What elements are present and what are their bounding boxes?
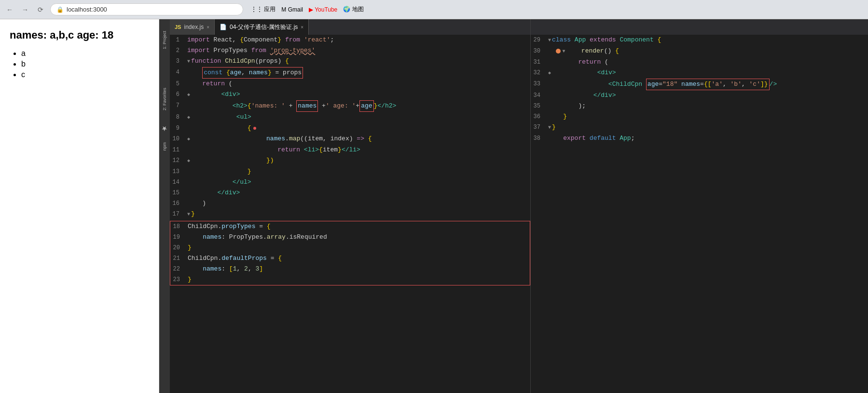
right-line-30: 30 ▼ render() { — [531, 46, 868, 57]
lock-icon: 🔒 — [56, 6, 64, 13]
panel-label-project: 1: Project — [162, 31, 167, 49]
right-line-37: 37 ▼} — [531, 122, 868, 133]
preview-list: a b c — [10, 49, 149, 79]
right-line-33: 33 <ChildCpn age="18" names={['a', 'b', … — [531, 79, 868, 90]
propTypes-block: 18 ChildCpn.propTypes = { 19 names: Prop… — [170, 221, 530, 285]
forward-button[interactable]: → — [19, 4, 31, 15]
code-line-18: 18 ChildCpn.propTypes = { — [170, 221, 530, 232]
code-line-17: 17 ▼} — [170, 209, 530, 220]
code-line-14: 14 </ul> — [170, 177, 530, 188]
tab-index-js[interactable]: JS index.js × — [170, 19, 215, 35]
code-line-3: 3 ▼function ChildCpn(props) { — [170, 56, 530, 67]
code-line-12: 12 ◆ }) — [170, 155, 530, 166]
code-line-13: 13 } — [170, 166, 530, 177]
address-bar[interactable]: 🔒 localhost:3000 — [50, 3, 243, 15]
bookmark-gmail[interactable]: M Gmail — [281, 6, 303, 13]
bookmark-youtube[interactable]: ▶ YouTube — [309, 6, 337, 13]
code-line-19: 19 names: PropTypes.array.isRequired — [170, 232, 530, 243]
right-line-34: 34 </div> — [531, 90, 868, 101]
code-line-23: 23 } — [170, 274, 530, 285]
main-layout: names: a,b,c age: 18 a b c 1: Project 2:… — [0, 19, 868, 393]
tab-main-file[interactable]: 📄 04-父传子通信-属性验证.js × — [215, 19, 309, 35]
tabs-bar: JS index.js × 📄 04-父传子通信-属性验证.js × — [170, 19, 530, 35]
code-line-7: 7 <h2>{'names: ' + names +' age: '+age}<… — [170, 100, 530, 112]
browser-chrome: ← → ⟳ 🔒 localhost:3000 ⋮⋮ 应用 M Gmail ▶ Y… — [0, 0, 868, 19]
list-item: b — [21, 60, 149, 68]
code-panels: JS index.js × 📄 04-父传子通信-属性验证.js × 1 imp… — [170, 19, 868, 393]
preview-pane: names: a,b,c age: 18 a b c — [0, 19, 159, 393]
code-line-9: 9 { — [170, 123, 530, 134]
tab-label-active: 04-父传子通信-属性验证.js — [230, 23, 298, 31]
tab-label: index.js — [184, 24, 204, 30]
code-line-22: 22 names: [1, 2, 3] — [170, 264, 530, 274]
panel-label-favorites: 2: Favorites — [162, 88, 167, 110]
code-line-15: 15 </div> — [170, 188, 530, 198]
left-code-content[interactable]: 1 import React, {Component} from 'react'… — [170, 35, 530, 393]
right-line-32: 32 ◆ <div> — [531, 68, 868, 79]
url-text: localhost:3000 — [67, 6, 107, 13]
code-line-20: 20 } — [170, 243, 530, 253]
panel-label-npm: npm — [162, 142, 167, 151]
reload-button[interactable]: ⟳ — [35, 4, 46, 15]
list-item: c — [21, 70, 149, 79]
code-line-21: 21 ChildCpn.defaultProps = { — [170, 253, 530, 264]
code-line-10: 10 ◆ names.map((item, index) => { — [170, 134, 530, 145]
right-line-36: 36 } — [531, 111, 868, 122]
tab-close-active-icon[interactable]: × — [301, 25, 303, 30]
bookmarks-bar: ⋮⋮ 应用 M Gmail ▶ YouTube 🌍 地图 — [251, 5, 364, 14]
code-line-2: 2 import PropTypes from 'prop-types' — [170, 45, 530, 56]
code-line-16: 16 ) — [170, 198, 530, 209]
list-item: a — [21, 49, 149, 58]
tab-close-icon[interactable]: × — [207, 25, 209, 30]
code-line-6: 6 ◆ <div> — [170, 89, 530, 100]
editor-area: 1: Project 2: Favorites ★ npm JS index.j… — [159, 19, 868, 393]
code-line-1: 1 import React, {Component} from 'react'… — [170, 35, 530, 45]
left-code-panel: JS index.js × 📄 04-父传子通信-属性验证.js × 1 imp… — [170, 19, 530, 393]
right-tabs-bar — [531, 19, 868, 35]
code-line-8: 8 ◆ <ul> — [170, 112, 530, 123]
back-button[interactable]: ← — [4, 4, 15, 15]
right-line-38: 38 export default App; — [531, 133, 868, 144]
star-icon: ★ — [161, 125, 168, 133]
right-line-35: 35 ); — [531, 101, 868, 111]
right-line-31: 31 return ( — [531, 57, 868, 68]
code-line-11: 11 return <li>{item}</li> — [170, 145, 530, 155]
bookmark-maps[interactable]: 🌍 地图 — [343, 5, 363, 14]
right-code-content[interactable]: 29 ▼class App extends Component { 30 ▼ r… — [531, 35, 868, 393]
preview-heading: names: a,b,c age: 18 — [10, 29, 149, 41]
bookmark-apps[interactable]: ⋮⋮ 应用 — [251, 5, 276, 14]
code-line-4: 4 const {age, names} = props — [170, 67, 530, 79]
right-line-29: 29 ▼class App extends Component { — [531, 35, 868, 46]
js-icon: JS — [175, 24, 181, 30]
right-code-panel: 29 ▼class App extends Component { 30 ▼ r… — [530, 19, 868, 393]
code-line-5: 5 return ( — [170, 79, 530, 89]
file-icon: 📄 — [220, 24, 227, 30]
side-activity-bar: 1: Project 2: Favorites ★ npm — [159, 19, 170, 393]
